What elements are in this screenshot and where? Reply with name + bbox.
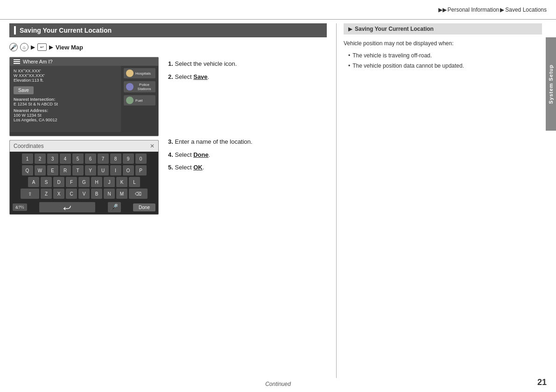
police-poi[interactable]: Police Stations bbox=[124, 81, 155, 92]
page-number: 21 bbox=[537, 378, 547, 387]
map-location-row: N XX°XX.XXX' W XXX°XX.XXX' Elevation:113… bbox=[14, 69, 117, 83]
breadcrumb: ▶▶ Personal Information ▶ Saved Location… bbox=[438, 7, 547, 13]
keyboard-search-bar: Coordinates ✕ bbox=[10, 140, 158, 152]
step-2: 2. Select Save. bbox=[168, 72, 327, 82]
address-label: Nearest Address: bbox=[14, 108, 117, 113]
step-5-rest: . bbox=[203, 164, 204, 171]
key-6[interactable]: 6 bbox=[85, 154, 96, 164]
hospital-icon bbox=[126, 70, 134, 77]
menu-icon[interactable] bbox=[14, 59, 20, 64]
sym-button[interactable]: &?½ bbox=[13, 203, 27, 211]
nav-label: View Map bbox=[56, 44, 83, 51]
key-x[interactable]: X bbox=[53, 189, 64, 199]
step-2-bold: Save bbox=[193, 73, 207, 80]
note-intro: Vehicle position may not be displayed wh… bbox=[344, 39, 542, 48]
breadcrumb-arrows: ▶▶ bbox=[438, 7, 447, 13]
key-f[interactable]: F bbox=[66, 177, 77, 187]
key-9[interactable]: 9 bbox=[123, 154, 134, 164]
key-v[interactable]: V bbox=[78, 189, 90, 199]
map-save-button[interactable]: Save bbox=[14, 86, 34, 94]
main-content: Saving Your Current Location 🎤 ⌂ ▶ ↩ ▶ V… bbox=[9, 23, 542, 378]
map-body: N XX°XX.XXX' W XXX°XX.XXX' Elevation:113… bbox=[10, 66, 158, 132]
key-2[interactable]: 2 bbox=[35, 154, 46, 164]
section-title: Saving Your Current Location bbox=[20, 27, 112, 34]
key-7[interactable]: 7 bbox=[98, 154, 109, 164]
step-2-text: Select bbox=[175, 73, 193, 80]
police-icon bbox=[126, 83, 134, 91]
header-bar-accent bbox=[14, 26, 16, 35]
step-4-text: Select bbox=[175, 151, 193, 158]
step-4: 4. Select Done. bbox=[168, 150, 327, 160]
map-elevation: Elevation:113 ft. bbox=[14, 78, 117, 83]
fuel-poi[interactable]: Fuel bbox=[124, 95, 155, 105]
key-0[interactable]: 0 bbox=[135, 154, 147, 164]
content-columns: Where Am I? N XX°XX.XXX' W XXX°XX.XXX' E… bbox=[9, 57, 327, 215]
map-lat: N XX°XX.XXX' bbox=[14, 69, 117, 73]
step-3: 3. Enter a name of the location. bbox=[168, 137, 327, 147]
step-3-text: Enter a name of the location. bbox=[175, 138, 252, 145]
key-r[interactable]: R bbox=[60, 165, 71, 175]
step-5: 5. Select OK. bbox=[168, 163, 327, 172]
key-1[interactable]: 1 bbox=[22, 154, 33, 164]
key-backspace[interactable]: ⌫ bbox=[129, 189, 148, 199]
map-lon: W XXX°XX.XXX' bbox=[14, 73, 117, 78]
key-e[interactable]: E bbox=[47, 165, 58, 175]
key-w[interactable]: W bbox=[35, 165, 46, 175]
key-g[interactable]: G bbox=[78, 177, 90, 187]
bullet-2-text: The vehicle position data cannot be upda… bbox=[352, 62, 464, 70]
key-8[interactable]: 8 bbox=[110, 154, 121, 164]
key-c[interactable]: C bbox=[66, 189, 77, 199]
step-2-num: 2. bbox=[168, 73, 173, 80]
key-j[interactable]: J bbox=[104, 177, 115, 187]
key-y[interactable]: Y bbox=[85, 165, 96, 175]
done-button[interactable]: Done bbox=[133, 203, 155, 211]
key-m[interactable]: M bbox=[116, 189, 127, 199]
map-title: Where Am I? bbox=[23, 59, 53, 64]
key-z[interactable]: Z bbox=[41, 189, 52, 199]
key-4[interactable]: 4 bbox=[60, 154, 71, 164]
step-2-rest: . bbox=[208, 73, 210, 80]
steps-column: 1. Select the vehicle icon. 2. Select Sa… bbox=[168, 57, 327, 176]
hospitals-poi[interactable]: Hospitals bbox=[124, 68, 155, 78]
key-s[interactable]: S bbox=[41, 177, 52, 187]
step-1-num: 1. bbox=[168, 60, 173, 67]
key-n[interactable]: N bbox=[104, 189, 115, 199]
key-q[interactable]: Q bbox=[22, 165, 33, 175]
keyboard-clear-icon[interactable]: ✕ bbox=[150, 143, 155, 149]
nav-arrow-2: ▶ bbox=[49, 44, 53, 50]
key-l[interactable]: L bbox=[129, 177, 140, 187]
key-d[interactable]: D bbox=[53, 177, 64, 187]
address-line2: Los Angeles, CA 90012 bbox=[14, 118, 117, 122]
key-t[interactable]: T bbox=[72, 165, 84, 175]
nav-rect-icon: ↩ bbox=[37, 43, 47, 51]
keyboard-row-numbers: 1 2 3 4 5 6 7 8 9 0 bbox=[13, 154, 155, 164]
keyboard-search-text: Coordinates bbox=[14, 143, 147, 149]
key-3[interactable]: 3 bbox=[47, 154, 58, 164]
key-shift[interactable]: ⇧ bbox=[21, 189, 39, 199]
key-i[interactable]: I bbox=[110, 165, 121, 175]
system-setup-tab: System Setup bbox=[546, 37, 556, 131]
key-space[interactable] bbox=[39, 202, 95, 212]
right-section-icon: ▶ bbox=[348, 26, 352, 32]
bullet-1: • The vehicle is traveling off-road. bbox=[348, 51, 542, 60]
map-screen: Where Am I? N XX°XX.XXX' W XXX°XX.XXX' E… bbox=[9, 57, 159, 136]
intersection-label: Nearest Intersection: bbox=[14, 97, 117, 102]
nav-arrow-1: ▶ bbox=[31, 44, 35, 50]
key-u[interactable]: U bbox=[98, 165, 109, 175]
step-4-rest: . bbox=[209, 151, 211, 158]
key-b[interactable]: B bbox=[91, 189, 102, 199]
bullet-1-text: The vehicle is traveling off-road. bbox=[352, 51, 432, 60]
keyboard-row-z: ⇧ Z X C V B N M ⌫ bbox=[13, 189, 155, 199]
step-5-bold: OK bbox=[193, 164, 203, 171]
continued-label: Continued bbox=[265, 381, 291, 387]
key-a[interactable]: A bbox=[28, 177, 39, 187]
key-o[interactable]: O bbox=[123, 165, 134, 175]
key-5[interactable]: 5 bbox=[72, 154, 84, 164]
key-k[interactable]: K bbox=[116, 177, 127, 187]
right-panel: ▶ Saving Your Current Location Vehicle p… bbox=[336, 23, 542, 378]
key-p[interactable]: P bbox=[135, 165, 147, 175]
step-1-text: Select the vehicle icon. bbox=[175, 60, 237, 67]
key-h[interactable]: H bbox=[91, 177, 102, 187]
intersection-value: E 1234 St & N ABCD St bbox=[14, 102, 117, 106]
mic-button[interactable]: 🎤 bbox=[108, 202, 121, 212]
